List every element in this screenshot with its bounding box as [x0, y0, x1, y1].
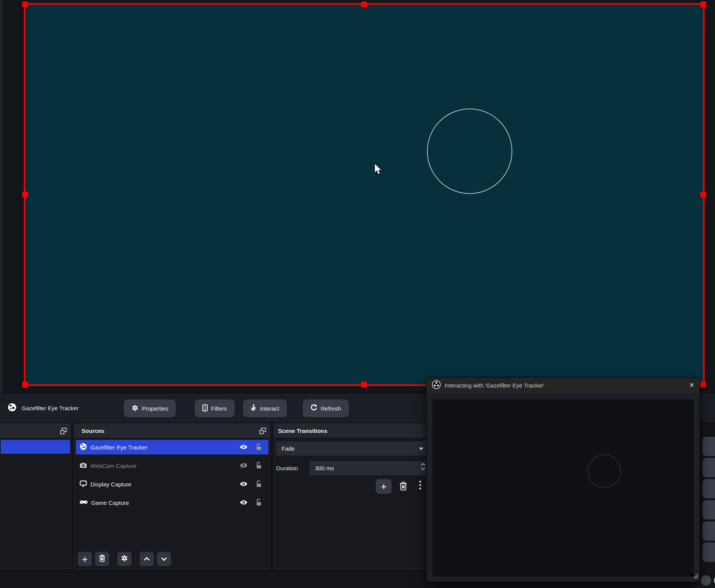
status-indicator-circle[interactable]	[701, 575, 711, 586]
resize-handle-bottom-middle[interactable]	[361, 382, 367, 388]
lock-open-icon[interactable]	[256, 480, 262, 489]
lock-open-icon[interactable]	[256, 443, 262, 452]
source-row-gazefilter[interactable]: Gazefilter Eye Tracker	[76, 440, 268, 454]
duration-label: Duration	[276, 465, 298, 471]
obs-logo-icon	[432, 380, 441, 391]
interact-button-label: Interact	[260, 405, 279, 412]
selected-source-name: Gazefilter Eye Tracker	[22, 405, 78, 411]
controls-button-sliver[interactable]	[703, 479, 715, 498]
filters-button-label: Filters	[211, 405, 227, 412]
scene-transitions-panel: Scene Transitions Fade Duration 300 ms +	[274, 423, 428, 569]
left-edge-strip	[0, 0, 3, 393]
transition-menu-kebab-icon[interactable]	[419, 481, 421, 489]
globe-icon	[80, 443, 87, 451]
dialog-title: Interacting with 'Gazefilter Eye Tracker…	[445, 382, 685, 389]
sources-toolbar: +	[78, 552, 171, 566]
source-name: Gazefilter Eye Tracker	[90, 444, 147, 451]
display-icon	[80, 480, 87, 488]
filters-icon	[202, 404, 208, 413]
mouse-cursor-arrow	[373, 163, 383, 177]
lock-open-icon[interactable]	[256, 499, 262, 507]
resize-handle-bottom-right[interactable]	[700, 382, 706, 388]
controls-button-sliver[interactable]	[703, 437, 715, 456]
controls-button-sliver[interactable]	[703, 543, 715, 562]
remove-source-button[interactable]	[95, 552, 109, 566]
preview-area	[0, 0, 715, 393]
plus-icon: +	[381, 481, 387, 491]
selected-source-canvas[interactable]	[24, 3, 705, 386]
source-row-display[interactable]: Display Capture	[76, 477, 268, 491]
filters-button[interactable]: Filters	[195, 399, 235, 417]
gamepad-icon	[80, 499, 88, 506]
obs-main-window: Gazefilter Eye Tracker Properties	[0, 0, 715, 588]
add-source-button[interactable]: +	[78, 552, 92, 566]
gear-icon	[121, 555, 128, 563]
gear-icon	[132, 404, 138, 413]
lock-open-icon[interactable]	[256, 462, 262, 470]
visibility-eye-slash-icon[interactable]	[239, 463, 248, 469]
source-name: WebCam Capture	[90, 463, 137, 469]
controls-button-sliver[interactable]	[703, 500, 715, 520]
properties-button[interactable]: Properties	[124, 399, 176, 417]
close-icon[interactable]: ×	[689, 381, 694, 389]
plus-icon: +	[82, 554, 88, 564]
interact-dialog: Interacting with 'Gazefilter Eye Tracker…	[426, 377, 700, 582]
resize-handle-top-left[interactable]	[22, 2, 28, 7]
interact-icon	[251, 404, 257, 413]
resize-handle-top-middle[interactable]	[361, 2, 367, 7]
controls-button-sliver[interactable]	[703, 458, 715, 477]
properties-button-label: Properties	[142, 405, 168, 412]
duration-value: 300 ms	[315, 465, 334, 471]
visibility-eye-icon[interactable]	[239, 444, 248, 451]
gaze-tracker-circle	[427, 109, 512, 194]
transition-select[interactable]: Fade	[276, 441, 428, 456]
popout-dock-icon[interactable]	[60, 428, 67, 436]
duration-spinbox[interactable]: 300 ms	[310, 461, 428, 475]
sources-panel-title: Sources	[75, 428, 104, 434]
chevron-up-icon	[421, 463, 425, 466]
sources-panel-header: Sources	[75, 424, 270, 438]
remove-transition-button[interactable]	[399, 481, 407, 492]
scenes-panel-header	[0, 424, 70, 438]
popout-dock-icon[interactable]	[259, 428, 266, 436]
chevron-down-icon	[161, 556, 167, 563]
move-source-up-button[interactable]	[140, 552, 154, 566]
visibility-eye-icon[interactable]	[239, 499, 248, 506]
add-transition-button[interactable]: +	[376, 479, 392, 494]
resize-handle-middle-left[interactable]	[22, 192, 28, 197]
interact-view[interactable]	[432, 399, 694, 576]
refresh-icon	[310, 404, 317, 413]
resize-handle-top-right[interactable]	[700, 2, 706, 7]
source-name: Game Capture	[91, 499, 129, 506]
camera-icon	[80, 462, 87, 469]
scene-row-selected[interactable]	[1, 440, 70, 454]
scene-transitions-header: Scene Transitions	[274, 424, 428, 438]
scenes-panel	[0, 423, 71, 569]
source-properties-button[interactable]	[117, 552, 132, 566]
gaze-tracker-circle-small	[588, 454, 621, 488]
visibility-eye-icon[interactable]	[239, 481, 248, 488]
globe-icon	[8, 403, 17, 413]
refresh-button-label: Refresh	[321, 405, 341, 412]
resize-grip-icon[interactable]	[693, 573, 698, 580]
spinbox-arrows[interactable]	[421, 463, 425, 470]
scene-transitions-title: Scene Transitions	[274, 428, 327, 434]
move-source-down-button[interactable]	[157, 552, 171, 566]
source-row-webcam[interactable]: WebCam Capture	[76, 458, 268, 473]
source-row-game[interactable]: Game Capture	[76, 495, 268, 510]
toolbar-separator	[113, 554, 113, 564]
interact-button[interactable]: Interact	[243, 399, 287, 417]
controls-button-sliver[interactable]	[703, 521, 715, 541]
chevron-up-icon	[143, 556, 150, 563]
selected-source-label-group: Gazefilter Eye Tracker	[8, 393, 78, 423]
toolbar-separator	[135, 554, 136, 564]
chevron-down-icon	[421, 467, 425, 470]
dialog-titlebar[interactable]: Interacting with 'Gazefilter Eye Tracker…	[427, 378, 700, 393]
refresh-button[interactable]: Refresh	[303, 399, 349, 417]
source-name: Display Capture	[90, 481, 132, 488]
chevron-down-icon	[419, 448, 423, 450]
resize-handle-middle-right[interactable]	[700, 192, 706, 197]
resize-handle-bottom-left[interactable]	[22, 382, 28, 388]
sources-panel: Sources Gaze	[74, 423, 270, 569]
transition-select-value: Fade	[282, 445, 295, 452]
